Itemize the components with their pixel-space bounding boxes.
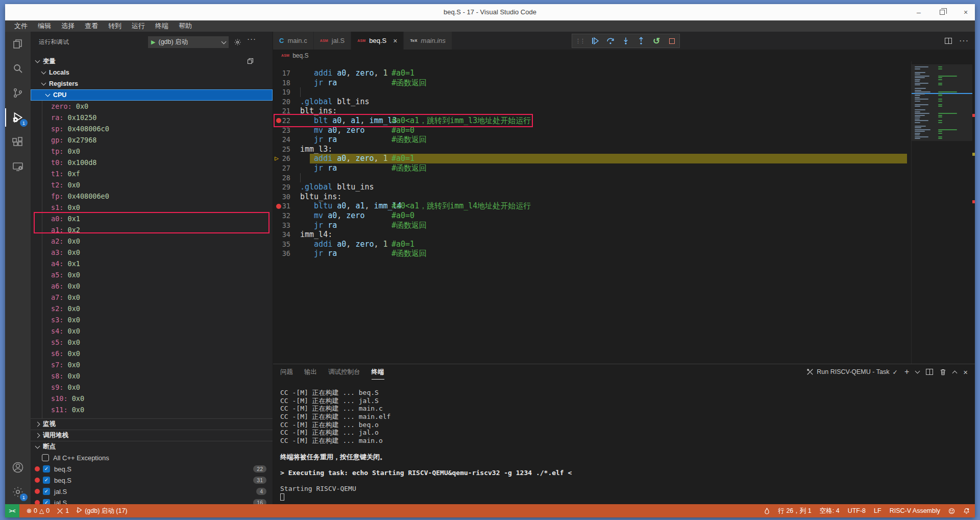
gutter[interactable]: 25 bbox=[273, 145, 299, 154]
kill-terminal-icon[interactable] bbox=[940, 368, 946, 375]
gutter[interactable]: 19 bbox=[273, 87, 299, 97]
terminal-task-selector[interactable]: Run RISCV-QEMU - Task ✓ bbox=[806, 368, 898, 376]
code-line-28[interactable]: 28 bbox=[273, 173, 975, 183]
debug-session-status[interactable]: (gdb) 启动 (17) bbox=[76, 507, 127, 515]
launch-config-dropdown[interactable]: ▶ (gdb) 启动 bbox=[148, 36, 229, 48]
new-terminal-icon[interactable]: + bbox=[904, 367, 909, 376]
breakpoint-row[interactable]: ✓jal.S4 bbox=[31, 486, 273, 497]
restore-button[interactable] bbox=[938, 8, 946, 16]
gutter[interactable]: 31 bbox=[273, 201, 299, 211]
code-line-20[interactable]: 20.global blt_ins bbox=[273, 97, 975, 107]
code-line-21[interactable]: 21blt_ins: bbox=[273, 106, 975, 116]
register-row[interactable]: gp: 0x27968 bbox=[31, 134, 273, 146]
exception-breakpoint-row[interactable]: All C++ Exceptions bbox=[31, 452, 273, 463]
register-row[interactable]: fp: 0x408006e0 bbox=[31, 191, 273, 202]
explorer-icon[interactable] bbox=[5, 32, 31, 56]
minimap[interactable] bbox=[911, 61, 972, 364]
code-editor[interactable]: 17 addi a0, zero, 1#a0=118 jr ra#函数返回192… bbox=[273, 61, 975, 364]
tab-beq.S[interactable]: ASMbeq.S× bbox=[351, 32, 404, 50]
code-line-34[interactable]: 34imm_l4: bbox=[273, 230, 975, 240]
flame-indicator[interactable] bbox=[764, 508, 770, 514]
register-row[interactable]: s5: 0x0 bbox=[31, 337, 273, 348]
task-status[interactable]: 1 bbox=[57, 507, 69, 514]
tab-main.c[interactable]: Cmain.c bbox=[273, 32, 314, 50]
checkbox-checked[interactable]: ✓ bbox=[43, 499, 50, 504]
tab-main.ins[interactable]: TeXmain.ins bbox=[404, 32, 452, 50]
register-row[interactable]: tp: 0x0 bbox=[31, 146, 273, 157]
continue-button[interactable] bbox=[591, 36, 600, 45]
split-editor-icon[interactable] bbox=[945, 38, 952, 44]
register-row[interactable]: a5: 0x0 bbox=[31, 269, 273, 280]
code-line-31[interactable]: 31 bltu a0, a1, imm_l4#a0<a1，跳转到imm_l4地址… bbox=[273, 201, 975, 211]
gutter[interactable]: 34 bbox=[273, 230, 299, 240]
code-line-22[interactable]: 22 blt a0, a1, imm_l3#a0<a1，跳转到imm_l3地址处… bbox=[273, 116, 975, 126]
code-line-18[interactable]: 18 jr ra#函数返回 bbox=[273, 78, 975, 88]
search-icon[interactable] bbox=[5, 56, 31, 81]
register-row[interactable]: s10: 0x0 bbox=[31, 393, 273, 404]
register-row[interactable]: s7: 0x0 bbox=[31, 359, 273, 370]
remote-indicator[interactable]: >< bbox=[5, 504, 19, 517]
problems-status[interactable]: ⊗ 0 △ 0 bbox=[27, 507, 50, 514]
tab-close-icon[interactable]: × bbox=[393, 37, 397, 45]
maximize-panel-icon[interactable] bbox=[952, 370, 958, 375]
account-icon[interactable] bbox=[5, 455, 31, 480]
source-control-icon[interactable] bbox=[5, 81, 31, 105]
register-row[interactable]: a3: 0x0 bbox=[31, 247, 273, 258]
tree-item-registers[interactable]: Registers bbox=[31, 78, 273, 89]
menu-item[interactable]: 编辑 bbox=[33, 20, 56, 32]
split-terminal-icon[interactable] bbox=[926, 369, 933, 375]
register-row[interactable]: s2: 0x0 bbox=[31, 303, 273, 314]
menu-item[interactable]: 查看 bbox=[80, 20, 103, 32]
register-row[interactable]: s11: 0x0 bbox=[31, 404, 273, 415]
gutter[interactable]: 18 bbox=[273, 78, 299, 88]
gutter[interactable]: 36 bbox=[273, 249, 299, 258]
gutter[interactable]: 27 bbox=[273, 163, 299, 173]
register-row[interactable]: t2: 0x0 bbox=[31, 179, 273, 191]
menu-item[interactable]: 运行 bbox=[127, 20, 150, 32]
code-line-27[interactable]: 27 jr ra#函数返回 bbox=[273, 163, 975, 173]
checkbox-checked[interactable]: ✓ bbox=[43, 488, 50, 495]
breakpoint-row[interactable]: ✓beq.S31 bbox=[31, 475, 273, 486]
menu-item[interactable]: 转到 bbox=[103, 20, 127, 32]
gutter[interactable]: 30 bbox=[273, 192, 299, 202]
register-row[interactable]: a4: 0x1 bbox=[31, 258, 273, 269]
register-row[interactable]: sp: 0x408006c0 bbox=[31, 123, 273, 134]
register-row[interactable]: s3: 0x0 bbox=[31, 314, 273, 325]
watch-section-header[interactable]: 监视 bbox=[31, 418, 273, 430]
menu-item[interactable]: 文件 bbox=[9, 20, 33, 32]
eol[interactable]: LF bbox=[874, 507, 881, 514]
editor-more-actions-icon[interactable]: ··· bbox=[959, 36, 969, 45]
tree-item-locals[interactable]: Locals bbox=[31, 67, 273, 78]
step-into-button[interactable] bbox=[621, 36, 630, 45]
code-line-29[interactable]: 29.global bltu_ins bbox=[273, 182, 975, 192]
code-line-19[interactable]: 19 bbox=[273, 87, 975, 97]
code-line-32[interactable]: 32 mv a0, zero#a0=0 bbox=[273, 211, 975, 221]
checkbox-checked[interactable]: ✓ bbox=[43, 465, 50, 472]
register-row[interactable]: a0: 0x1 bbox=[31, 213, 273, 224]
code-line-30[interactable]: 30bltu_ins: bbox=[273, 192, 975, 202]
panel-tab-终端[interactable]: 终端 bbox=[372, 364, 384, 380]
register-row[interactable]: a1: 0x2 bbox=[31, 224, 273, 235]
notifications[interactable] bbox=[963, 508, 970, 514]
menu-item[interactable]: 终端 bbox=[150, 20, 174, 32]
panel-tab-问题[interactable]: 问题 bbox=[280, 364, 293, 380]
code-line-24[interactable]: 24 jr ra#函数返回 bbox=[273, 135, 975, 145]
indentation[interactable]: 空格: 4 bbox=[820, 507, 840, 515]
gutter[interactable]: 35 bbox=[273, 240, 299, 249]
gutter[interactable]: 32 bbox=[273, 211, 299, 221]
collapse-all-icon[interactable] bbox=[247, 57, 254, 66]
checkbox-checked[interactable]: ✓ bbox=[43, 477, 50, 484]
breakpoint-row[interactable]: ✓jal.S16 bbox=[31, 497, 273, 504]
code-line-36[interactable]: 36 jr ra#函数返回 bbox=[273, 249, 975, 258]
gutter[interactable]: 29 bbox=[273, 182, 299, 192]
register-row[interactable]: ra: 0x10250 bbox=[31, 112, 273, 123]
feedback[interactable] bbox=[948, 508, 955, 514]
language-mode[interactable]: RISC-V Assembly bbox=[890, 507, 940, 514]
code-line-23[interactable]: 23 mv a0, zero#a0=0 bbox=[273, 126, 975, 135]
terminal-output[interactable]: CC -[M] 正在构建 ... beq.SCC -[M] 正在构建 ... j… bbox=[280, 389, 965, 501]
call-stack-section-header[interactable]: 调用堆栈 bbox=[31, 430, 273, 441]
register-row[interactable]: t1: 0xf bbox=[31, 168, 273, 179]
gutter[interactable]: 24 bbox=[273, 135, 299, 145]
remote-explorer-icon[interactable] bbox=[5, 154, 31, 179]
terminal-dropdown-icon[interactable] bbox=[915, 369, 920, 374]
